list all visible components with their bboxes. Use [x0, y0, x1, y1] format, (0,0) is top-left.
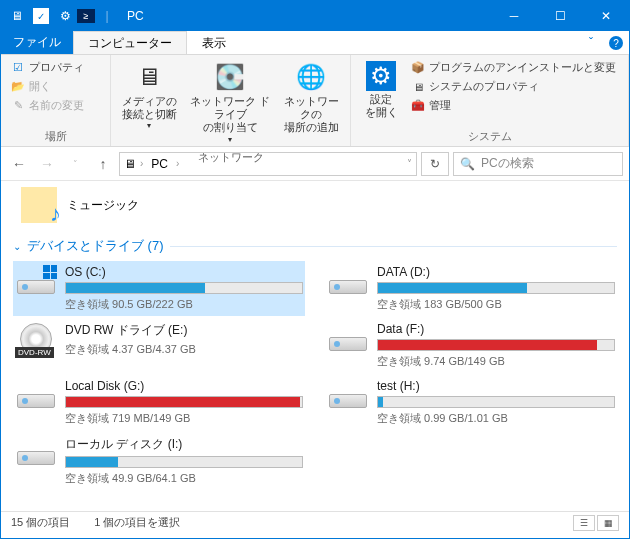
- drive-free-space: 空き領域 90.5 GB/222 GB: [65, 297, 303, 312]
- item-count: 15 個の項目: [11, 515, 70, 530]
- section-devices-drives[interactable]: ⌄ デバイスとドライブ (7): [13, 233, 617, 261]
- search-input[interactable]: 🔍 PCの検索: [453, 152, 623, 176]
- up-button[interactable]: ↑: [91, 152, 115, 176]
- drive-icon: DVD-RW: [15, 322, 57, 356]
- capacity-bar: [65, 282, 303, 294]
- drive-item[interactable]: ローカル ディスク (I:)空き領域 49.9 GB/64.1 GB: [13, 432, 305, 490]
- pc-small-icon: 🖥: [124, 157, 136, 171]
- capacity-bar: [377, 396, 615, 408]
- chevron-icon[interactable]: ›: [176, 158, 179, 169]
- media-icon: 🖥: [133, 61, 165, 93]
- forward-button[interactable]: →: [35, 152, 59, 176]
- drive-name: DATA (D:): [377, 265, 615, 279]
- drive-icon: [327, 379, 369, 413]
- capacity-bar: [377, 282, 615, 294]
- drive-free-space: 空き領域 4.37 GB/4.37 GB: [65, 342, 303, 357]
- drive-name: Data (F:): [377, 322, 615, 336]
- drive-free-space: 空き領域 183 GB/500 GB: [377, 297, 615, 312]
- drive-item[interactable]: Local Disk (G:)空き領域 719 MB/149 GB: [13, 375, 305, 430]
- music-label: ミュージック: [67, 197, 139, 214]
- drive-item[interactable]: DATA (D:)空き領域 183 GB/500 GB: [325, 261, 617, 316]
- open-button[interactable]: 📂開く: [9, 78, 86, 95]
- monitor-icon: 🖥: [411, 80, 425, 94]
- drive-icon: [15, 379, 57, 413]
- open-icon: 📂: [11, 80, 25, 94]
- drive-free-space: 空き領域 9.74 GB/149 GB: [377, 354, 615, 369]
- add-location-button[interactable]: 🌐ネットワークの 場所の追加: [281, 59, 341, 135]
- windows-icon: [43, 265, 57, 279]
- window-title: PC: [119, 9, 491, 23]
- tab-computer[interactable]: コンピューター: [73, 31, 187, 54]
- selection-count: 1 個の項目を選択: [94, 515, 180, 530]
- divider-icon: |: [95, 4, 119, 28]
- quick-access-toolbar: 🖥 ✓ ⚙ ≥ |: [1, 4, 119, 28]
- tools-icon: 🧰: [411, 99, 425, 113]
- breadcrumb-pc[interactable]: PC: [147, 157, 172, 171]
- drive-name: test (H:): [377, 379, 615, 393]
- drive-icon: [15, 436, 57, 470]
- manage-button[interactable]: 🧰管理: [409, 97, 618, 114]
- drive-free-space: 空き領域 719 MB/149 GB: [65, 411, 303, 426]
- drive-free-space: 空き領域 49.9 GB/64.1 GB: [65, 471, 303, 486]
- ribbon: ☑プロパティ 📂開く ✎名前の変更 場所 🖥メディアの 接続と切断▾ 💽ネットワ…: [1, 55, 629, 147]
- dvd-label: DVD-RW: [15, 347, 54, 358]
- drive-name: OS (C:): [65, 265, 303, 279]
- system-properties-button[interactable]: 🖥システムのプロパティ: [409, 78, 618, 95]
- group-system: システム: [351, 127, 628, 146]
- box-icon: 📦: [411, 61, 425, 75]
- music-note-icon: ♪: [50, 201, 61, 227]
- shell-icon[interactable]: ≥: [77, 9, 95, 23]
- details-view-button[interactable]: ☰: [573, 515, 595, 531]
- properties-icon: ☑: [11, 61, 25, 75]
- drive-name: DVD RW ドライブ (E:): [65, 322, 303, 339]
- capacity-bar: [65, 456, 303, 468]
- drive-item[interactable]: test (H:)空き領域 0.99 GB/1.01 GB: [325, 375, 617, 430]
- gear-large-icon: ⚙: [366, 61, 396, 91]
- help-button[interactable]: ?: [609, 36, 623, 50]
- checkbox-icon[interactable]: ✓: [33, 8, 49, 24]
- ribbon-tabs: ファイル コンピューター 表示 ˇ ?: [1, 31, 629, 55]
- expand-ribbon-button[interactable]: ˇ: [579, 31, 603, 54]
- rename-button[interactable]: ✎名前の変更: [9, 97, 86, 114]
- gear-icon[interactable]: ⚙: [53, 4, 77, 28]
- navigation-bar: ← → ˅ ↑ 🖥 › PC › ˅ ↻ 🔍 PCの検索: [1, 147, 629, 181]
- title-bar: 🖥 ✓ ⚙ ≥ | PC ─ ☐ ✕: [1, 1, 629, 31]
- map-drive-button[interactable]: 💽ネットワーク ドライブ の割り当て▾: [185, 59, 275, 144]
- drive-icon: [15, 265, 57, 299]
- drive-name: Local Disk (G:): [65, 379, 303, 393]
- drive-item[interactable]: DVD-RWDVD RW ドライブ (E:)空き領域 4.37 GB/4.37 …: [13, 318, 305, 373]
- content-pane[interactable]: ♪ ミュージック ⌄ デバイスとドライブ (7) OS (C:)空き領域 90.…: [1, 181, 629, 511]
- tiles-view-button[interactable]: ▦: [597, 515, 619, 531]
- minimize-button[interactable]: ─: [491, 1, 537, 31]
- chevron-icon[interactable]: ›: [140, 158, 143, 169]
- drive-icon: [327, 322, 369, 356]
- capacity-bar: [377, 339, 615, 351]
- recent-dropdown[interactable]: ˅: [63, 152, 87, 176]
- drive-free-space: 空き領域 0.99 GB/1.01 GB: [377, 411, 615, 426]
- maximize-button[interactable]: ☐: [537, 1, 583, 31]
- drive-item[interactable]: OS (C:)空き領域 90.5 GB/222 GB: [13, 261, 305, 316]
- back-button[interactable]: ←: [7, 152, 31, 176]
- refresh-button[interactable]: ↻: [421, 152, 449, 176]
- rename-icon: ✎: [11, 99, 25, 113]
- drive-name: ローカル ディスク (I:): [65, 436, 303, 453]
- properties-button[interactable]: ☑プロパティ: [9, 59, 86, 76]
- close-button[interactable]: ✕: [583, 1, 629, 31]
- capacity-bar: [65, 396, 303, 408]
- tab-view[interactable]: 表示: [187, 31, 241, 54]
- uninstall-button[interactable]: 📦プログラムのアンインストールと変更: [409, 59, 618, 76]
- drive-icon: [327, 265, 369, 299]
- view-switcher: ☰ ▦: [573, 515, 619, 531]
- folder-icon: ♪: [21, 187, 57, 223]
- tab-file[interactable]: ファイル: [1, 31, 73, 54]
- open-settings-button[interactable]: ⚙設定 を開く: [359, 59, 403, 119]
- chevron-down-icon: ⌄: [13, 241, 21, 252]
- music-folder[interactable]: ♪ ミュージック: [13, 181, 617, 233]
- pc-icon: 🖥: [5, 4, 29, 28]
- drive-item[interactable]: Data (F:)空き領域 9.74 GB/149 GB: [325, 318, 617, 373]
- history-dropdown[interactable]: ˅: [407, 158, 412, 169]
- media-connect-button[interactable]: 🖥メディアの 接続と切断▾: [119, 59, 179, 131]
- globe-icon: 🌐: [295, 61, 327, 93]
- address-bar[interactable]: 🖥 › PC › ˅: [119, 152, 417, 176]
- drive-icon: 💽: [214, 61, 246, 93]
